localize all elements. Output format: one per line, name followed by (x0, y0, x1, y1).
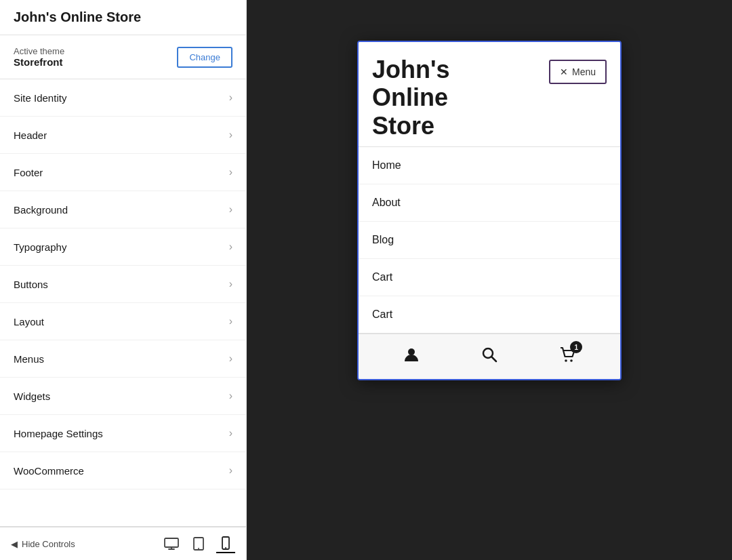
hide-controls-button[interactable]: ◀ Hide Controls (11, 539, 75, 549)
svg-point-6 (225, 547, 226, 548)
chevron-right-icon: › (229, 353, 232, 365)
nav-item-label: Homepage Settings (14, 428, 103, 439)
store-title-line3: Store (372, 112, 434, 140)
svg-rect-0 (165, 538, 178, 547)
mobile-preview-card: John's Online Store ✕ Menu HomeAboutBlog… (357, 41, 622, 380)
sidebar-nav: Site Identity › Header › Footer › Backgr… (0, 79, 246, 526)
svg-point-4 (198, 548, 199, 549)
svg-point-12 (571, 359, 573, 362)
theme-label: Active theme (14, 46, 64, 56)
menu-button[interactable]: ✕ Menu (549, 60, 607, 84)
mobile-icon[interactable] (216, 534, 235, 553)
menu-button-label: Menu (572, 66, 596, 77)
desktop-icon[interactable] (162, 534, 181, 553)
theme-name: Storefront (14, 56, 64, 68)
mobile-nav-item[interactable]: Cart (359, 259, 620, 296)
mobile-actions-bar: 1 (359, 334, 620, 379)
sidebar-item-menus[interactable]: Menus › (0, 340, 246, 378)
chevron-right-icon: › (229, 92, 232, 104)
search-icon[interactable] (480, 345, 499, 368)
theme-info: Active theme Storefront (14, 46, 64, 68)
sidebar-footer: ◀ Hide Controls (0, 526, 246, 560)
sidebar-item-site-identity[interactable]: Site Identity › (0, 79, 246, 117)
sidebar-title: John's Online Store (0, 0, 246, 35)
nav-item-label: Menus (14, 353, 44, 365)
chevron-right-icon: › (229, 203, 232, 216)
nav-item-label: Layout (14, 316, 44, 327)
mobile-header: John's Online Store ✕ Menu (359, 42, 620, 146)
change-theme-button[interactable]: Change (177, 47, 232, 68)
mobile-nav-item[interactable]: Cart (359, 296, 620, 333)
nav-item-label: WooCommerce (14, 465, 84, 477)
nav-item-label: Footer (14, 167, 43, 178)
sidebar-item-widgets[interactable]: Widgets › (0, 378, 246, 415)
sidebar-item-buttons[interactable]: Buttons › (0, 266, 246, 303)
sidebar-item-woocommerce[interactable]: WooCommerce › (0, 452, 246, 489)
nav-item-label: Background (14, 204, 68, 216)
hide-controls-label: Hide Controls (22, 539, 75, 549)
cart-icon[interactable]: 1 (558, 345, 577, 368)
menu-close-icon: ✕ (560, 66, 568, 77)
nav-item-label: Widgets (14, 391, 50, 402)
cart-badge: 1 (570, 341, 582, 353)
svg-point-8 (408, 348, 415, 355)
store-title-line1: John's (372, 56, 450, 83)
footer-device-icons (162, 534, 235, 553)
nav-item-label: Header (14, 129, 47, 141)
mobile-nav-item[interactable]: Home (359, 147, 620, 184)
sidebar-item-header[interactable]: Header › (0, 117, 246, 154)
svg-point-11 (565, 359, 568, 362)
sidebar-item-footer[interactable]: Footer › (0, 154, 246, 191)
tablet-icon[interactable] (189, 534, 208, 553)
svg-line-10 (491, 357, 496, 362)
nav-item-label: Typography (14, 241, 66, 253)
chevron-right-icon: › (229, 166, 232, 178)
mobile-nav-item[interactable]: About (359, 184, 620, 222)
sidebar-item-background[interactable]: Background › (0, 191, 246, 228)
sidebar-item-homepage-settings[interactable]: Homepage Settings › (0, 415, 246, 452)
chevron-right-icon: › (229, 241, 232, 253)
chevron-right-icon: › (229, 315, 232, 327)
chevron-right-icon: › (229, 464, 232, 477)
store-title: John's Online Store (372, 56, 450, 140)
user-icon[interactable] (402, 345, 421, 368)
sidebar-item-typography[interactable]: Typography › (0, 228, 246, 266)
theme-section: Active theme Storefront Change (0, 35, 246, 79)
sidebar: John's Online Store Active theme Storefr… (0, 0, 247, 560)
chevron-right-icon: › (229, 390, 232, 402)
back-arrow-icon: ◀ (11, 539, 18, 549)
sidebar-item-layout[interactable]: Layout › (0, 303, 246, 340)
store-title-line2: Online (372, 83, 448, 111)
mobile-nav-item[interactable]: Blog (359, 222, 620, 259)
preview-area: John's Online Store ✕ Menu HomeAboutBlog… (247, 0, 732, 560)
chevron-right-icon: › (229, 129, 232, 141)
chevron-right-icon: › (229, 278, 232, 290)
mobile-nav-menu: HomeAboutBlogCartCart (359, 146, 620, 334)
nav-item-label: Site Identity (14, 92, 66, 104)
nav-item-label: Buttons (14, 279, 48, 290)
chevron-right-icon: › (229, 427, 232, 439)
